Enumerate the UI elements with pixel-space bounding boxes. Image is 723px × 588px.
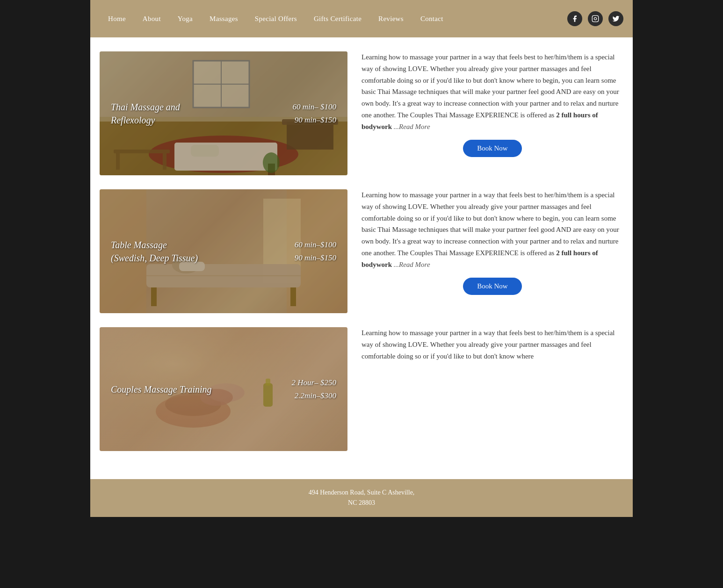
nav-item-reviews[interactable]: Reviews bbox=[370, 15, 412, 23]
nav-item-special-offers[interactable]: Special Offers bbox=[246, 15, 305, 23]
couples-image-text: Couples Massage Training 2 Hour– $250 2.… bbox=[100, 327, 347, 451]
main-content: Thai Massage and Reflexology 60 min– $10… bbox=[90, 37, 633, 479]
service-card-couples: Couples Massage Training 2 Hour– $250 2.… bbox=[100, 327, 623, 451]
table-description: Learning how to massage your partner in … bbox=[362, 189, 623, 295]
thai-image-text: Thai Massage and Reflexology 60 min– $10… bbox=[100, 51, 347, 175]
instagram-icon[interactable] bbox=[588, 11, 603, 26]
table-desc-text: Learning how to massage your partner in … bbox=[362, 189, 623, 270]
service-image-table: Table Massage (Swedish, Deep Tissue) 60 … bbox=[100, 189, 347, 313]
couples-service-price: 2 Hour– $250 2.2min–$300 bbox=[292, 376, 336, 402]
couples-description: Learning how to massage your partner in … bbox=[362, 327, 623, 369]
footer: 494 Henderson Road, Suite C Asheville, N… bbox=[90, 479, 633, 517]
social-icons bbox=[567, 11, 623, 26]
table-book-now-button[interactable]: Book Now bbox=[463, 278, 521, 295]
table-service-price: 60 min–$100 90 min–$150 bbox=[295, 238, 336, 264]
nav-item-contact[interactable]: Contact bbox=[412, 15, 452, 23]
twitter-icon[interactable] bbox=[608, 11, 623, 26]
header: Home About Yoga Massages Special Offers … bbox=[90, 0, 633, 37]
page-wrapper: Home About Yoga Massages Special Offers … bbox=[90, 0, 633, 517]
facebook-icon[interactable] bbox=[567, 11, 582, 26]
thai-service-title: Thai Massage and Reflexology bbox=[111, 100, 180, 127]
main-nav: Home About Yoga Massages Special Offers … bbox=[100, 15, 452, 23]
thai-book-now-button[interactable]: Book Now bbox=[463, 140, 521, 157]
thai-service-price: 60 min– $100 90 min–$150 bbox=[293, 100, 337, 126]
nav-item-gifts-certificate[interactable]: Gifts Certificate bbox=[305, 15, 370, 23]
service-card-thai: Thai Massage and Reflexology 60 min– $10… bbox=[100, 51, 623, 175]
thai-read-more[interactable]: ...Read More bbox=[394, 123, 430, 130]
footer-address-line2: NC 28803 bbox=[348, 499, 375, 506]
couples-desc-text: Learning how to massage your partner in … bbox=[362, 327, 623, 362]
nav-item-about[interactable]: About bbox=[134, 15, 169, 23]
service-image-thai: Thai Massage and Reflexology 60 min– $10… bbox=[100, 51, 347, 175]
thai-desc-text: Learning how to massage your partner in … bbox=[362, 51, 623, 132]
service-card-table: Table Massage (Swedish, Deep Tissue) 60 … bbox=[100, 189, 623, 313]
nav-item-massages[interactable]: Massages bbox=[201, 15, 246, 23]
footer-address-line1: 494 Henderson Road, Suite C Asheville, bbox=[309, 489, 415, 496]
nav-item-home[interactable]: Home bbox=[100, 15, 134, 23]
table-image-text: Table Massage (Swedish, Deep Tissue) 60 … bbox=[100, 189, 347, 313]
couples-service-title: Couples Massage Training bbox=[111, 383, 212, 396]
service-image-couples: Couples Massage Training 2 Hour– $250 2.… bbox=[100, 327, 347, 451]
nav-item-yoga[interactable]: Yoga bbox=[169, 15, 201, 23]
table-read-more[interactable]: ...Read More bbox=[394, 261, 430, 268]
thai-description: Learning how to massage your partner in … bbox=[362, 51, 623, 157]
table-service-title: Table Massage (Swedish, Deep Tissue) bbox=[111, 238, 198, 265]
svg-rect-0 bbox=[592, 15, 598, 22]
